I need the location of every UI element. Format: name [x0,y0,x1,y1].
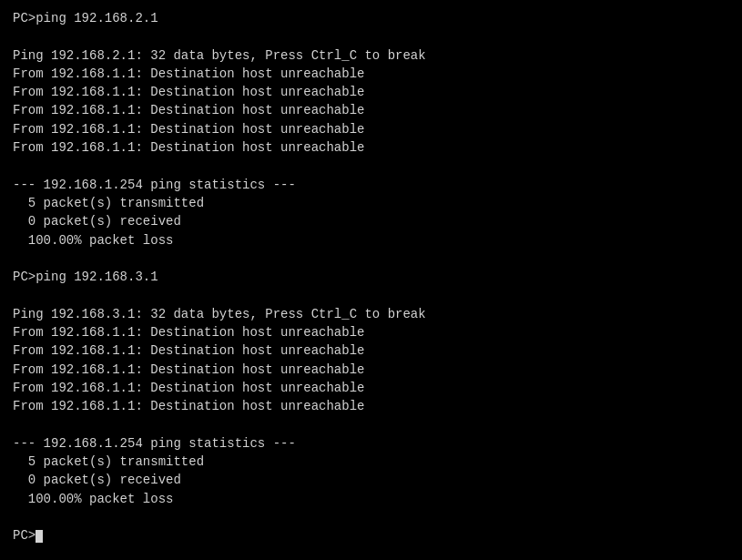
info-line: From 192.168.1.1: Destination host unrea… [13,341,729,360]
info-line: From 192.168.1.1: Destination host unrea… [13,120,729,138]
info-line: Ping 192.168.3.1: 32 data bytes, Press C… [13,305,729,323]
info-line: From 192.168.1.1: Destination host unrea… [13,101,729,119]
blank-line [13,249,729,268]
blank-line [13,416,729,434]
prompt-line: PC>ping 192.168.3.1 [13,268,729,286]
info-line: 100.00% packet loss [13,231,729,249]
info-line: 0 packet(s) received [13,212,729,230]
blank-line [13,157,729,175]
info-line: 0 packet(s) received [13,471,729,489]
cursor-icon [36,530,43,543]
terminal-window[interactable]: PC>ping 192.168.2.1Ping 192.168.2.1: 32 … [0,0,742,560]
info-line: From 192.168.1.1: Destination host unrea… [13,379,729,397]
info-line: From 192.168.1.1: Destination host unrea… [13,65,729,83]
info-line: From 192.168.1.1: Destination host unrea… [13,397,729,415]
info-line: From 192.168.1.1: Destination host unrea… [13,323,729,341]
info-line: Ping 192.168.2.1: 32 data bytes, Press C… [13,46,729,65]
active-prompt-line[interactable]: PC> [13,526,729,545]
info-line: --- 192.168.1.254 ping statistics --- [13,434,729,453]
info-line: From 192.168.1.1: Destination host unrea… [13,138,729,157]
blank-line [13,286,729,304]
info-line: From 192.168.1.1: Destination host unrea… [13,83,729,101]
blank-line [13,508,729,526]
info-line: --- 192.168.1.254 ping statistics --- [13,176,729,194]
info-line: 5 packet(s) transmitted [13,194,729,212]
blank-line [13,27,729,46]
prompt-line: PC>ping 192.168.2.1 [13,9,729,27]
info-line: 100.00% packet loss [13,490,729,508]
info-line: 5 packet(s) transmitted [13,453,729,471]
info-line: From 192.168.1.1: Destination host unrea… [13,361,729,379]
